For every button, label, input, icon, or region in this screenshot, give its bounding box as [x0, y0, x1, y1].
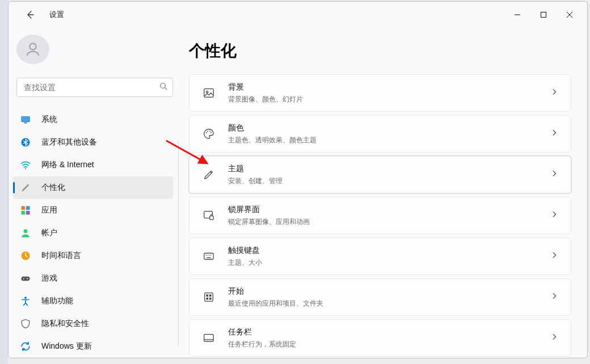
svg-point-36	[210, 255, 211, 255]
card-colors[interactable]: 颜色 主题色、透明效果、颜色主题	[189, 115, 571, 153]
clock-globe-icon	[20, 250, 31, 261]
svg-point-26	[207, 131, 208, 132]
svg-line-7	[165, 88, 167, 90]
page-title: 个性化	[189, 40, 571, 62]
svg-point-24	[206, 91, 208, 93]
svg-rect-14	[26, 206, 30, 210]
palette-icon	[202, 127, 216, 141]
card-title: 颜色	[228, 123, 317, 133]
svg-point-27	[209, 131, 210, 132]
sidebar-item-privacy[interactable]: 隐私和安全性	[13, 312, 173, 335]
sidebar-item-label: 帐户	[41, 228, 57, 238]
paintbrush-icon	[20, 182, 31, 193]
search-icon	[159, 82, 167, 92]
svg-point-5	[30, 43, 36, 49]
svg-point-21	[27, 278, 28, 279]
svg-rect-39	[206, 294, 208, 297]
search-input[interactable]	[16, 78, 173, 97]
svg-rect-2	[541, 12, 546, 18]
arrow-left-icon	[26, 10, 35, 19]
card-taskbar[interactable]: 任务栏 任务栏行为，系统固定	[189, 319, 571, 357]
start-icon	[202, 290, 216, 304]
sidebar-item-update[interactable]: Windows 更新	[13, 335, 173, 358]
sidebar-item-network[interactable]: 网络 & Internet	[13, 154, 173, 176]
desktop-background-strip	[0, 0, 8, 364]
chevron-right-icon	[550, 292, 558, 302]
sidebar-item-label: 网络 & Internet	[41, 160, 94, 170]
gamepad-icon	[20, 273, 31, 284]
chevron-right-icon	[550, 170, 558, 180]
card-touch-keyboard[interactable]: 触摸键盘 主题、大小	[189, 238, 571, 275]
svg-point-6	[161, 83, 166, 88]
sidebar-item-bluetooth[interactable]: 蓝牙和其他设备	[13, 131, 173, 154]
chevron-right-icon	[550, 129, 558, 139]
close-button[interactable]	[557, 5, 583, 25]
svg-rect-32	[204, 253, 214, 260]
update-icon	[20, 341, 31, 352]
card-subtitle: 主题、大小	[228, 258, 262, 268]
sidebar-item-personalize[interactable]: 个性化	[13, 176, 173, 199]
svg-point-17	[24, 229, 28, 233]
chevron-right-icon	[550, 88, 558, 98]
sidebar-item-gaming[interactable]: 游戏	[13, 267, 173, 290]
sidebar-item-apps[interactable]: 应用	[13, 199, 173, 222]
card-lockscreen[interactable]: 锁屏界面 锁定屏幕图像、应用和动画	[189, 197, 571, 234]
svg-point-22	[24, 297, 27, 299]
person-icon	[24, 41, 41, 58]
sidebar-item-label: 蓝牙和其他设备	[41, 137, 97, 147]
card-subtitle: 最近使用的应用和项目、文件夹	[228, 299, 323, 308]
card-title: 背景	[228, 82, 303, 92]
svg-point-12	[25, 168, 26, 170]
card-subtitle: 安装、创建、管理	[228, 176, 283, 186]
svg-point-33	[206, 255, 206, 255]
account-icon	[20, 227, 31, 239]
wifi-icon	[20, 159, 31, 171]
svg-rect-10	[24, 122, 27, 124]
maximize-button[interactable]	[530, 5, 557, 25]
svg-rect-42	[209, 298, 212, 300]
sidebar-item-system[interactable]: 系统	[13, 108, 173, 131]
sidebar-item-label: Windows 更新	[41, 341, 92, 352]
card-start[interactable]: 开始 最近使用的应用和项目、文件夹	[189, 278, 571, 316]
sidebar-item-label: 辅助功能	[41, 296, 73, 306]
card-title: 开始	[228, 286, 323, 297]
sidebar-item-label: 隐私和安全性	[41, 319, 89, 329]
svg-rect-40	[209, 294, 212, 297]
sidebar-item-label: 应用	[41, 205, 57, 215]
minimize-button[interactable]	[504, 5, 530, 25]
sidebar-item-time[interactable]: 时间和语言	[13, 244, 173, 267]
svg-rect-19	[22, 277, 30, 281]
sidebar-item-label: 个性化	[41, 183, 65, 193]
svg-point-25	[206, 132, 207, 133]
card-themes[interactable]: 主题 安装、创建、管理	[189, 156, 571, 193]
svg-rect-41	[206, 298, 208, 300]
avatar[interactable]	[16, 35, 49, 64]
card-subtitle: 锁定屏幕图像、应用和动画	[228, 217, 310, 227]
chevron-right-icon	[550, 210, 558, 221]
card-title: 主题	[228, 164, 283, 174]
accessibility-icon	[20, 295, 31, 307]
main-content: 个性化 背景 背景图像、颜色、幻灯片 颜色 主题色、透明效果、颜色主题	[179, 28, 587, 358]
pen-icon	[202, 168, 216, 181]
card-background[interactable]: 背景 背景图像、颜色、幻灯片	[189, 74, 571, 112]
sidebar-item-accessibility[interactable]: 辅助功能	[13, 290, 173, 312]
shield-icon	[20, 318, 31, 329]
svg-point-28	[210, 132, 212, 133]
bluetooth-icon	[20, 137, 31, 148]
card-title: 任务栏	[228, 327, 296, 337]
card-title: 锁屏界面	[228, 205, 310, 215]
sidebar-item-accounts[interactable]: 帐户	[13, 222, 173, 244]
card-subtitle: 背景图像、颜色、幻灯片	[228, 95, 303, 104]
apps-icon	[20, 205, 31, 216]
window-title: 设置	[49, 10, 64, 20]
back-button[interactable]	[20, 5, 40, 25]
maximize-icon	[540, 11, 547, 18]
svg-rect-9	[22, 117, 29, 121]
monitor-icon	[20, 114, 31, 125]
card-subtitle: 任务栏行为，系统固定	[228, 340, 296, 349]
keyboard-icon	[202, 249, 216, 263]
sidebar-item-label: 系统	[41, 115, 57, 125]
chevron-right-icon	[550, 251, 558, 261]
minimize-icon	[514, 11, 521, 18]
svg-rect-37	[206, 257, 210, 258]
